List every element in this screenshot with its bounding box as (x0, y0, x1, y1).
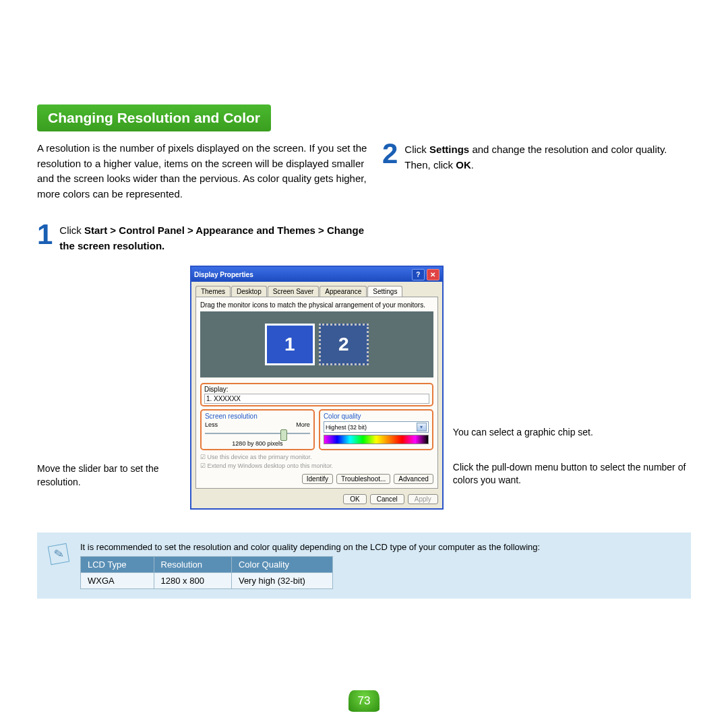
window-titlebar[interactable]: Display Properties ? ✕ (191, 267, 442, 282)
intro-paragraph: A resolution is the number of pixels dis… (37, 141, 375, 202)
tab-settings[interactable]: Settings (367, 286, 402, 297)
step-1-text: Click Start > Control Panel > Appearance… (59, 222, 375, 253)
color-spectrum-bar (324, 435, 429, 444)
table-header-color-quality: Color Quality (231, 557, 332, 573)
close-icon[interactable]: ✕ (427, 269, 439, 280)
display-selector-group: Display: 1. XXXXXX (200, 383, 433, 406)
table-row: WXGA 1280 x 800 Very high (32-bit) (81, 573, 333, 589)
callout-color-pulldown: Click the pull-down menu button to selec… (453, 461, 691, 487)
tab-desktop[interactable]: Desktop (231, 286, 267, 297)
screen-resolution-label: Screen resolution (205, 413, 310, 420)
help-icon[interactable]: ? (412, 269, 425, 280)
slider-less-label: Less (205, 421, 218, 428)
note-panel: ✎ It is recommended to set the resolutio… (37, 533, 691, 599)
color-quality-group: Color quality Highest (32 bit) ▾ (319, 409, 433, 450)
extend-desktop-checkbox[interactable]: ☑ Extend my Windows desktop onto this mo… (200, 462, 433, 471)
identify-button[interactable]: Identify (302, 474, 333, 484)
page-number: 73 (348, 690, 380, 712)
pencil-icon: ✎ (48, 543, 69, 565)
lcd-settings-table: LCD Type Resolution Color Quality WXGA 1… (80, 556, 333, 589)
monitor-2[interactable]: 2 (319, 324, 369, 365)
cancel-button[interactable]: Cancel (370, 494, 404, 504)
table-header-lcd: LCD Type (81, 557, 154, 573)
primary-monitor-checkbox[interactable]: ☑ Use this device as the primary monitor… (200, 453, 433, 462)
tab-themes[interactable]: Themes (195, 286, 231, 297)
step-1-number: 1 (37, 222, 53, 253)
resolution-slider[interactable] (205, 429, 310, 437)
step-2-number: 2 (382, 141, 398, 173)
screen-resolution-group: Screen resolution Less More 1280 by 800 … (200, 409, 315, 450)
tab-appearance[interactable]: Appearance (320, 286, 367, 297)
display-select[interactable]: 1. XXXXXX (204, 394, 429, 404)
note-text: It is recommended to set the resolution … (80, 542, 681, 552)
monitor-preview[interactable]: 1 2 (200, 311, 433, 377)
callout-left: Move the slider bar to set the resolutio… (37, 266, 190, 489)
section-heading: Changing Resolution and Color (37, 104, 271, 131)
tab-screen-saver[interactable]: Screen Saver (268, 286, 320, 297)
window-title: Display Properties (194, 271, 410, 278)
advanced-button[interactable]: Advanced (394, 474, 433, 484)
callout-graphic-chipset: You can select a graphic chip set. (453, 426, 691, 439)
color-quality-select[interactable]: Highest (32 bit) ▾ (324, 421, 429, 433)
drag-instruction: Drag the monitor icons to match the phys… (200, 301, 433, 309)
chevron-down-icon[interactable]: ▾ (417, 423, 427, 431)
display-properties-window: Display Properties ? ✕ Themes Desktop Sc… (190, 266, 444, 510)
step-2-text: Click Settings and change the resolution… (404, 141, 691, 173)
resolution-value: 1280 by 800 pixels (205, 440, 310, 447)
monitor-1[interactable]: 1 (265, 324, 315, 365)
color-quality-label: Color quality (324, 413, 429, 420)
troubleshoot-button[interactable]: Troubleshoot... (336, 474, 390, 484)
slider-more-label: More (296, 421, 310, 428)
table-header-resolution: Resolution (154, 557, 231, 573)
apply-button[interactable]: Apply (408, 494, 438, 504)
display-label: Display: (204, 386, 429, 393)
ok-button[interactable]: OK (343, 494, 366, 504)
